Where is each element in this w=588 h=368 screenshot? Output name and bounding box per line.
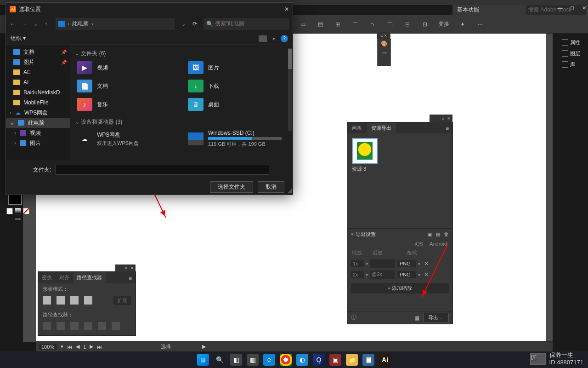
tab-artboard[interactable]: 画板 — [347, 123, 367, 133]
fx-icon[interactable]: ✦ — [458, 20, 467, 29]
panel-close-icon[interactable]: ✕ — [447, 115, 451, 122]
essentials-label[interactable]: 基本功能 — [452, 6, 479, 14]
distrib2-icon[interactable]: ⫎ — [386, 20, 394, 29]
fill-white[interactable] — [6, 208, 13, 214]
panel-close-icon[interactable]: ✕ — [130, 264, 134, 272]
doc-icon[interactable]: ▭ — [299, 20, 307, 29]
align-icon[interactable]: ▤ — [316, 20, 324, 29]
transform-label[interactable]: 变换 — [438, 20, 449, 28]
folder-video[interactable]: ▶视频 — [75, 60, 177, 75]
remove-row-icon[interactable]: ✕ — [424, 271, 429, 278]
tab-align[interactable]: 对齐 — [56, 272, 73, 283]
resize-grip-icon[interactable]: ◢ — [288, 187, 292, 194]
sb-thispc[interactable]: ⌄此电脑 — [6, 118, 70, 128]
fill-gradient[interactable] — [15, 208, 21, 214]
qq-icon[interactable]: Q — [313, 354, 325, 366]
panel-collapse-icon[interactable]: « — [124, 264, 127, 272]
chevron-down-icon[interactable]: ▾ — [418, 261, 420, 266]
drive-wps[interactable]: ☁ WPS网盘 双击进入WPS网盘 — [75, 129, 177, 149]
trash-icon[interactable]: 🗑 — [444, 231, 449, 237]
scrollbar[interactable] — [288, 48, 292, 131]
properties-panel-tab[interactable]: 属性 — [560, 37, 583, 48]
first-artboard-icon[interactable]: ⏮ — [67, 344, 72, 350]
panel-menu-icon[interactable]: ≡ — [125, 274, 136, 283]
zoom-select[interactable]: 100% — [39, 344, 57, 350]
taskbar-app-icon[interactable]: ▥ — [247, 354, 259, 366]
tool-dots-icon[interactable]: ••• — [6, 216, 29, 223]
fill-none[interactable] — [23, 208, 29, 214]
taskbar-search-icon[interactable]: 🔍 — [214, 354, 226, 366]
last-artboard-icon[interactable]: ⏭ — [97, 344, 102, 350]
scale-select-2[interactable]: 2x — [351, 271, 364, 278]
organize-menu[interactable]: 组织 ▾ — [11, 34, 26, 42]
taskbar-app-icon[interactable]: 📋 — [362, 354, 374, 366]
taskbar-app-icon[interactable]: ▣ — [329, 354, 341, 366]
suffix-input-2[interactable]: @2x — [370, 270, 395, 279]
ios-preset[interactable]: iOS — [415, 241, 423, 247]
view-dropdown-icon[interactable]: ▾ — [272, 35, 275, 42]
folder-docs[interactable]: 📄文档 — [75, 79, 177, 93]
sb-baidu[interactable]: BaiduNetdiskD — [6, 87, 70, 98]
illustrator-taskbar-icon[interactable]: Ai — [379, 354, 391, 366]
mini-close-icon[interactable]: × — [384, 33, 387, 38]
scale-select-1[interactable]: 1x — [351, 260, 364, 267]
intersect-icon[interactable] — [70, 296, 79, 305]
folder-images[interactable]: 🖼图片 — [186, 60, 288, 75]
android-preset[interactable]: Android — [430, 241, 447, 247]
trim-icon[interactable] — [57, 322, 65, 330]
minus-front-icon[interactable] — [57, 296, 65, 305]
path-dropdown-icon[interactable]: ⌄ — [181, 21, 186, 27]
artboard-number[interactable]: 1 — [83, 344, 86, 350]
remove-row-icon[interactable]: ✕ — [424, 260, 429, 267]
format-select-1[interactable]: PNG — [397, 260, 416, 267]
asset-label[interactable]: 资源 3 — [352, 166, 448, 172]
sb-pic[interactable]: ›图片 — [6, 138, 70, 148]
folders-section-header[interactable]: 文件夹 (6) — [75, 48, 288, 60]
select-folder-button[interactable]: 选择文件夹 — [210, 181, 253, 193]
window-min-icon[interactable]: — — [557, 5, 563, 11]
task-view-icon[interactable]: ◧ — [230, 354, 242, 366]
folder-desktop[interactable]: 🖥桌面 — [186, 97, 288, 112]
chevron-down-icon[interactable]: ▾ — [351, 231, 354, 237]
distrib3-icon[interactable]: ⊟ — [403, 20, 412, 29]
chevron-down-icon[interactable]: ▾ — [418, 272, 420, 277]
crop-icon[interactable] — [84, 322, 92, 330]
info-icon[interactable]: ⓘ — [351, 314, 356, 322]
more-icon[interactable]: ⋯ — [476, 20, 484, 29]
chevron-down-icon[interactable]: ▾ — [61, 344, 63, 350]
panel-collapse-icon[interactable]: « — [441, 115, 444, 122]
status-play-icon[interactable]: ▶ — [202, 344, 206, 350]
start-button[interactable]: ⊞ — [197, 354, 209, 366]
sb-images[interactable]: 图片📌 — [6, 57, 70, 67]
sb-ai[interactable]: AI — [6, 77, 70, 87]
refresh-icon[interactable]: ⟳ — [192, 21, 197, 27]
align2-icon[interactable]: ⊞ — [334, 20, 342, 29]
panel-menu-icon[interactable]: ≡ — [442, 123, 452, 133]
tab-asset-export[interactable]: 资源导出 — [367, 123, 396, 133]
view-options-icon[interactable] — [259, 35, 267, 42]
exclude-icon[interactable] — [84, 296, 92, 305]
nav-recent-icon[interactable]: ⌄ — [34, 21, 38, 27]
suffix-input-1[interactable] — [370, 259, 395, 268]
nav-back-icon[interactable]: ← — [10, 21, 15, 27]
search-input[interactable]: 🔍 搜索"此电脑" — [204, 18, 289, 30]
minus-back-icon[interactable] — [112, 322, 120, 330]
export-button[interactable]: 导出 ... — [423, 313, 449, 322]
edge-icon[interactable]: e — [263, 354, 275, 366]
devices-section-header[interactable]: 设备和驱动器 (3) — [75, 116, 288, 129]
sb-wps[interactable]: ›☁WPS网盘 — [6, 108, 70, 118]
list-setting-icon[interactable]: ▤ — [435, 231, 440, 237]
format-select-2[interactable]: PNG — [397, 271, 416, 278]
libraries-panel-tab[interactable]: 库 — [560, 59, 583, 70]
distrib4-icon[interactable]: ⊡ — [421, 20, 429, 29]
merge-icon[interactable] — [70, 322, 79, 330]
cancel-button[interactable]: 取消 — [258, 181, 284, 193]
unite-icon[interactable] — [43, 296, 51, 305]
align3-icon[interactable]: ⫍ — [351, 20, 359, 29]
add-scale-button[interactable]: + 添加缩放 — [351, 283, 449, 293]
next-artboard-icon[interactable]: ▶ — [90, 344, 93, 350]
chevron-down-icon[interactable]: ▾ — [366, 272, 368, 277]
chevron-down-icon[interactable]: ▾ — [366, 261, 368, 266]
drive-c[interactable]: Windows-SSD (C:) 119 GB 可用，共 199 GB — [186, 129, 288, 149]
layers-panel-tab[interactable]: 图层 — [560, 48, 583, 59]
